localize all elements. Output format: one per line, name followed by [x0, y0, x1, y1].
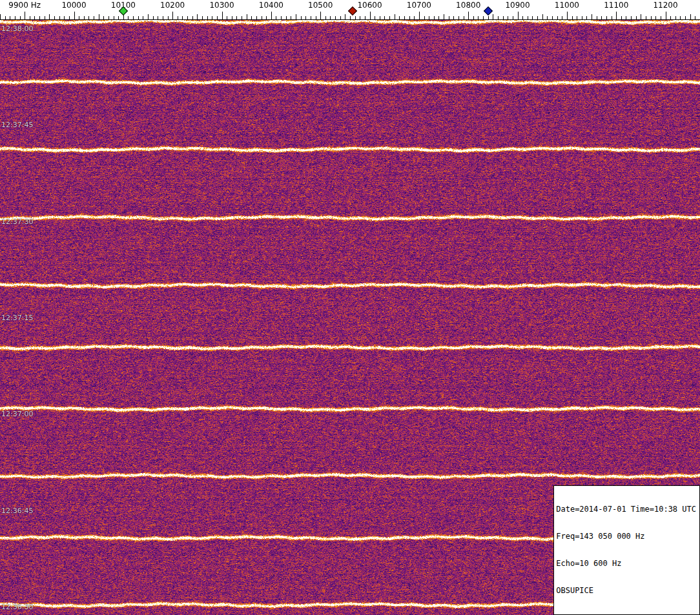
- freq-tick-label: 10500: [308, 1, 333, 10]
- freq-tick-label: 10800: [456, 1, 480, 10]
- freq-tick-label: 9900 Hz: [8, 1, 41, 10]
- frequency-ruler[interactable]: 9900 Hz100001010010200103001040010500106…: [0, 0, 700, 20]
- info-date-line: Date=2014-07-01 Time=10:38 UTC: [556, 505, 696, 514]
- freq-tick-label: 10000: [61, 1, 86, 10]
- freq-tick-label: 10200: [160, 1, 185, 10]
- info-freq-line: Freq=143 050 000 Hz: [556, 532, 696, 541]
- freq-tick-label: 10400: [259, 1, 283, 10]
- freq-tick-label: 11100: [604, 1, 628, 10]
- info-box: Date=2014-07-01 Time=10:38 UTC Freq=143 …: [553, 485, 700, 615]
- freq-tick-label: 10700: [407, 1, 431, 10]
- freq-tick-label: 11000: [555, 1, 579, 10]
- freq-tick-label: 11200: [653, 1, 677, 10]
- freq-tick-label: 10300: [209, 1, 234, 10]
- spectrogram-window: 9900 Hz100001010010200103001040010500106…: [0, 0, 700, 615]
- spectrogram-area: 12:38:0012:37:4512:37:3012:37:1512:37:00…: [0, 20, 700, 615]
- info-station-line: OBSUPICE: [556, 586, 696, 595]
- info-echo-line: Echo=10 600 Hz: [556, 559, 696, 568]
- freq-tick-label: 10600: [357, 1, 382, 10]
- freq-tick-label: 10900: [505, 1, 530, 10]
